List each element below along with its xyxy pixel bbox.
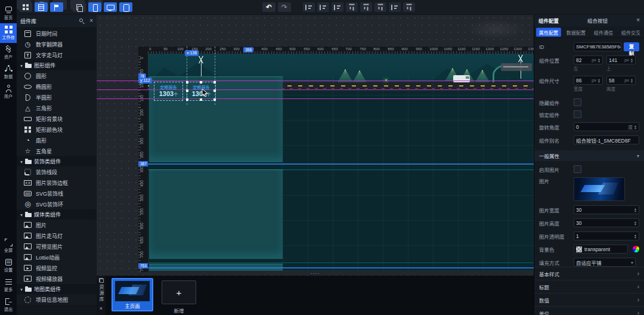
desktop-button[interactable] [104, 2, 117, 12]
rotate-stepper[interactable]: 0 度 [574, 122, 639, 131]
lib-group-header[interactable]: 媒体类组件 [17, 209, 97, 220]
lib-item-rectcolor[interactable]: 矩形颜色块 [17, 124, 97, 135]
align-top-button[interactable] [346, 2, 358, 12]
resource-library-tab[interactable]: 资源库 × [97, 276, 106, 315]
lib-item-decorframe[interactable]: 图片装饰边框 [17, 177, 97, 188]
lib-item-video[interactable]: 视频播放器 [17, 273, 97, 284]
position-x-stepper[interactable]: 82 px [574, 55, 603, 64]
lib-item-calendar[interactable]: 日期时间 [17, 28, 97, 39]
rail-item-home[interactable]: 首页 [0, 4, 17, 23]
canvas-resize-handle[interactable]: ···· [311, 271, 320, 276]
lib-item-triangle[interactable]: 三角形 [17, 103, 97, 113]
stat-widget[interactable]: 定期报告 1303个 [154, 82, 183, 101]
fill-mode-select[interactable]: 自适应平铺 [574, 258, 636, 267]
guide-line-blue[interactable] [148, 163, 534, 165]
rail-item-users[interactable]: 用户 [0, 82, 17, 102]
lib-group-header[interactable]: 图形组件 [17, 60, 97, 70]
rail-item-data[interactable]: 数据 [0, 63, 17, 82]
inspector-close-icon[interactable]: × [636, 17, 640, 23]
selection-handles[interactable] [186, 81, 188, 84]
enable-image-checkbox[interactable] [574, 165, 581, 173]
image-width-stepper[interactable]: 30 [574, 205, 639, 214]
align-center-h-button[interactable] [317, 2, 329, 12]
vruler-guide-badge[interactable]: 753 [138, 263, 148, 268]
search-icon[interactable] [79, 18, 85, 24]
rail-item-fullscreen[interactable]: 全屏 [0, 236, 17, 256]
stepper-arrows[interactable] [630, 58, 633, 63]
color-wheel-icon[interactable] [633, 246, 639, 252]
undo-button[interactable] [262, 2, 275, 12]
align-bottom-button[interactable] [374, 2, 386, 12]
tab-attribute-config[interactable]: 属性配置 [536, 27, 561, 36]
lib-item-decorline[interactable]: 装饰线段 [17, 166, 97, 177]
redo-button[interactable] [278, 2, 291, 12]
apps-button[interactable] [19, 2, 32, 12]
size-height-stepper[interactable]: 58 px [606, 76, 636, 85]
position-y-stepper[interactable]: 141 px [606, 55, 636, 64]
section-title[interactable]: 标题 [534, 280, 644, 293]
lib-item-rectbg[interactable]: 矩形背景块 [17, 113, 97, 124]
lib-item-image[interactable]: 可预览图片 [17, 241, 97, 252]
id-field[interactable]: SMCF9B7E38585F648... [574, 42, 621, 51]
lib-item-video[interactable]: 视频监控 [17, 262, 97, 273]
add-page-button[interactable]: + [162, 280, 196, 304]
lib-item-star[interactable]: 五角星 [17, 146, 97, 156]
distribute-v-button[interactable] [403, 2, 415, 12]
hide-checkbox[interactable] [574, 98, 581, 106]
page-panel-block[interactable] [149, 169, 283, 259]
lib-group-header[interactable]: 地图类组件 [17, 284, 97, 294]
add-page-wrap[interactable]: + 新增 [162, 280, 196, 314]
canvas-area[interactable]: 0501001502002503003504004505005506006507… [97, 14, 534, 276]
guide-line-blue[interactable] [148, 267, 534, 268]
copy-id-button[interactable]: 复制 [624, 42, 639, 51]
tab-component-interaction[interactable]: 组件交互 [618, 27, 643, 36]
align-left-button[interactable] [303, 2, 315, 12]
stepper-arrows[interactable] [634, 125, 637, 129]
section-basic-style[interactable]: 基本样式 [534, 267, 644, 280]
lib-item-circle[interactable]: 圆形 [17, 70, 97, 81]
lib-item-svgline[interactable]: SVG装饰线 [17, 188, 97, 199]
lib-item-image[interactable]: 图片 [17, 220, 97, 230]
lock-checkbox[interactable] [574, 110, 581, 118]
image-opacity-stepper[interactable]: 1 [574, 231, 639, 240]
rail-item-assets[interactable]: 资产 [0, 43, 17, 63]
general-properties-section[interactable]: 一般属性 [534, 150, 644, 161]
align-middle-button[interactable] [360, 2, 372, 12]
rail-item-exit[interactable]: 退出 [0, 295, 17, 315]
rail-item-workbench[interactable]: 工作台 [0, 23, 17, 43]
guide-line-magenta[interactable] [97, 81, 534, 81]
lib-item-svgring[interactable]: SVG装饰环 [17, 199, 97, 209]
stepper-arrows[interactable] [597, 78, 600, 83]
size-width-stepper[interactable]: 86 px [574, 76, 603, 85]
lib-item-marquee[interactable]: 文字走马灯 [17, 50, 97, 60]
section-unit[interactable]: 单位 [534, 306, 644, 315]
image-preview[interactable] [574, 177, 625, 201]
tab-data-config[interactable]: 数据配置 [564, 27, 589, 36]
stepper-arrows[interactable] [597, 58, 600, 63]
bg-color-field[interactable]: transparent [574, 245, 628, 254]
lib-item-image[interactable]: 图片走马灯 [17, 230, 97, 241]
stepper-arrows[interactable] [630, 78, 633, 83]
tablet-button[interactable] [119, 2, 132, 12]
hruler-guide-badge[interactable]: 358 [243, 47, 253, 52]
image-height-stepper[interactable]: 30 [574, 218, 639, 227]
page-card-main[interactable]: 主页面 [112, 278, 153, 311]
rail-item-settings[interactable]: 设置 [0, 256, 17, 276]
tab-component-comm[interactable]: 组件通信 [591, 27, 616, 36]
flag-button[interactable] [50, 2, 63, 12]
section-value[interactable]: 数值 [534, 293, 644, 306]
library-close-icon[interactable]: × [89, 18, 93, 24]
distribute-h-button[interactable] [389, 2, 401, 12]
lib-item-map[interactable]: 项目信息地图 [17, 294, 97, 305]
alias-field[interactable]: 组合按钮-1_SMC8ED8F [574, 135, 639, 144]
vruler-guide-badge[interactable]: 387 [138, 161, 148, 166]
stepper-arrows[interactable] [634, 234, 637, 239]
stepper-arrows[interactable] [634, 221, 637, 226]
lib-item-flipper[interactable]: 数字翻牌器 [17, 39, 97, 50]
lib-item-ellipse[interactable]: 椭圆形 [17, 81, 97, 92]
phone-button[interactable] [88, 2, 101, 12]
stepper-arrows[interactable] [634, 208, 637, 212]
rail-item-more[interactable]: 更多 [0, 276, 17, 295]
lib-item-image[interactable]: Lottie动画 [17, 252, 97, 262]
align-right-button[interactable] [332, 2, 343, 12]
